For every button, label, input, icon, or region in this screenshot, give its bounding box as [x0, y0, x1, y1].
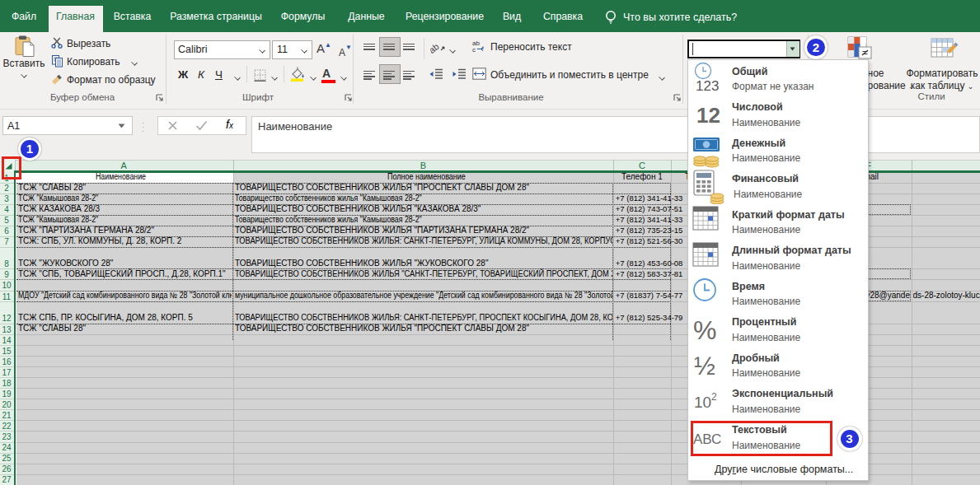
svg-text:ab: ab — [430, 41, 441, 54]
svg-text:10: 10 — [694, 394, 711, 411]
svg-text:½: ½ — [694, 352, 715, 380]
svg-text:c: c — [472, 46, 476, 53]
svg-text:2: 2 — [711, 391, 717, 403]
svg-text:%: % — [693, 315, 716, 345]
svg-text:12: 12 — [696, 103, 720, 128]
svg-text:123: 123 — [696, 78, 719, 94]
